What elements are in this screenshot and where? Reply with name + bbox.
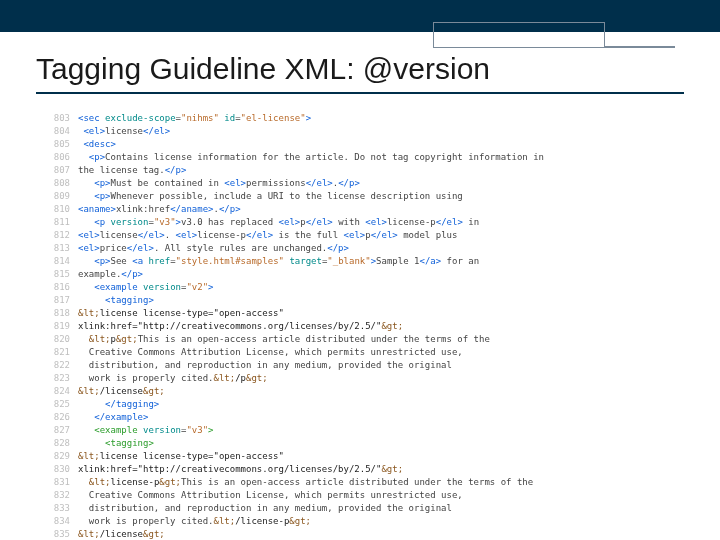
code-line: 832 Creative Commons Attribution License…	[40, 489, 690, 502]
code-text: example.</p>	[78, 268, 143, 281]
code-text: <desc>	[78, 138, 116, 151]
code-text: distribution, and reproduction in any me…	[78, 502, 452, 515]
line-number: 808	[40, 177, 78, 190]
code-line: 817 <tagging>	[40, 294, 690, 307]
code-text: </tagging>	[78, 398, 159, 411]
code-line: 806 <p>Contains license information for …	[40, 151, 690, 164]
code-text: <p>See <a href="style.html#samples" targ…	[78, 255, 479, 268]
code-line: 818&lt;license license-type="open-access…	[40, 307, 690, 320]
line-number: 805	[40, 138, 78, 151]
code-text: <example version="v3">	[78, 424, 214, 437]
slide-top-bar	[0, 0, 720, 32]
slide-title: Tagging Guideline XML: @version	[36, 52, 684, 94]
code-text: <p>Whenever possible, include a URI to t…	[78, 190, 463, 203]
line-number: 810	[40, 203, 78, 216]
line-number: 804	[40, 125, 78, 138]
code-text: work is properly cited.&lt;/license-p&gt…	[78, 515, 311, 528]
line-number: 824	[40, 385, 78, 398]
code-text: &lt;license license-type="open-access"	[78, 450, 284, 463]
code-text: &lt;/license&gt;	[78, 385, 165, 398]
code-text: <p>Contains license information for the …	[78, 151, 544, 164]
code-text: &lt;/license&gt;	[78, 528, 165, 540]
code-text: distribution, and reproduction in any me…	[78, 359, 452, 372]
code-text: <tagging>	[78, 437, 154, 450]
line-number: 807	[40, 164, 78, 177]
code-line: 822 distribution, and reproduction in an…	[40, 359, 690, 372]
line-number: 829	[40, 450, 78, 463]
line-number: 835	[40, 528, 78, 540]
line-number: 831	[40, 476, 78, 489]
line-number: 823	[40, 372, 78, 385]
code-text: <sec exclude-scope="nihms" id="el-licens…	[78, 112, 311, 125]
code-text: <el>license</el>. <el>license-p</el> is …	[78, 229, 457, 242]
code-text: &lt;license-p&gt;This is an open-access …	[78, 476, 533, 489]
code-line: 831 &lt;license-p&gt;This is an open-acc…	[40, 476, 690, 489]
code-line: 815example.</p>	[40, 268, 690, 281]
code-line: 835&lt;/license&gt;	[40, 528, 690, 540]
code-text: <aname>xlink:href</aname>.</p>	[78, 203, 241, 216]
accent-rectangle	[433, 22, 605, 48]
code-line: 804 <el>license</el>	[40, 125, 690, 138]
line-number: 813	[40, 242, 78, 255]
code-text: <p version="v3">v3.0 has replaced <el>p<…	[78, 216, 479, 229]
code-text: <el>license</el>	[78, 125, 170, 138]
code-text: <tagging>	[78, 294, 154, 307]
code-text: </example>	[78, 411, 148, 424]
code-listing: 803<sec exclude-scope="nihms" id="el-lic…	[40, 112, 690, 540]
line-number: 826	[40, 411, 78, 424]
code-line: 820 &lt;p&gt;This is an open-access arti…	[40, 333, 690, 346]
line-number: 833	[40, 502, 78, 515]
line-number: 832	[40, 489, 78, 502]
code-line: 809 <p>Whenever possible, include a URI …	[40, 190, 690, 203]
line-number: 806	[40, 151, 78, 164]
code-text: Creative Commons Attribution License, wh…	[78, 346, 463, 359]
code-line: 828 <tagging>	[40, 437, 690, 450]
code-line: 823 work is properly cited.&lt;/p&gt;	[40, 372, 690, 385]
line-number: 809	[40, 190, 78, 203]
code-line: 810<aname>xlink:href</aname>.</p>	[40, 203, 690, 216]
code-line: 811 <p version="v3">v3.0 has replaced <e…	[40, 216, 690, 229]
code-line: 827 <example version="v3">	[40, 424, 690, 437]
line-number: 812	[40, 229, 78, 242]
line-number: 817	[40, 294, 78, 307]
line-number: 830	[40, 463, 78, 476]
line-number: 827	[40, 424, 78, 437]
code-text: <p>Must be contained in <el>permissions<…	[78, 177, 360, 190]
code-line: 834 work is properly cited.&lt;/license-…	[40, 515, 690, 528]
code-line: 826 </example>	[40, 411, 690, 424]
line-number: 815	[40, 268, 78, 281]
accent-underline	[605, 46, 675, 48]
code-line: 829&lt;license license-type="open-access…	[40, 450, 690, 463]
code-line: 808 <p>Must be contained in <el>permissi…	[40, 177, 690, 190]
slide: Tagging Guideline XML: @version 803<sec …	[0, 0, 720, 540]
line-number: 803	[40, 112, 78, 125]
code-text: <example version="v2">	[78, 281, 214, 294]
code-text: Creative Commons Attribution License, wh…	[78, 489, 463, 502]
line-number: 820	[40, 333, 78, 346]
code-text: &lt;license license-type="open-access"	[78, 307, 284, 320]
code-line: 824&lt;/license&gt;	[40, 385, 690, 398]
code-text: <el>price</el>. All style rules are unch…	[78, 242, 349, 255]
code-line: 807the license tag.</p>	[40, 164, 690, 177]
line-number: 814	[40, 255, 78, 268]
code-line: 803<sec exclude-scope="nihms" id="el-lic…	[40, 112, 690, 125]
line-number: 816	[40, 281, 78, 294]
code-line: 830xlink:href="http://creativecommons.or…	[40, 463, 690, 476]
code-line: 814 <p>See <a href="style.html#samples" …	[40, 255, 690, 268]
code-text: xlink:href="http://creativecommons.org/l…	[78, 463, 403, 476]
code-line: 812<el>license</el>. <el>license-p</el> …	[40, 229, 690, 242]
code-line: 833 distribution, and reproduction in an…	[40, 502, 690, 515]
line-number: 822	[40, 359, 78, 372]
code-text: &lt;p&gt;This is an open-access article …	[78, 333, 490, 346]
code-line: 813<el>price</el>. All style rules are u…	[40, 242, 690, 255]
line-number: 818	[40, 307, 78, 320]
code-line: 805 <desc>	[40, 138, 690, 151]
line-number: 811	[40, 216, 78, 229]
line-number: 821	[40, 346, 78, 359]
line-number: 834	[40, 515, 78, 528]
line-number: 828	[40, 437, 78, 450]
code-text: work is properly cited.&lt;/p&gt;	[78, 372, 268, 385]
code-text: the license tag.</p>	[78, 164, 186, 177]
code-line: 816 <example version="v2">	[40, 281, 690, 294]
line-number: 825	[40, 398, 78, 411]
